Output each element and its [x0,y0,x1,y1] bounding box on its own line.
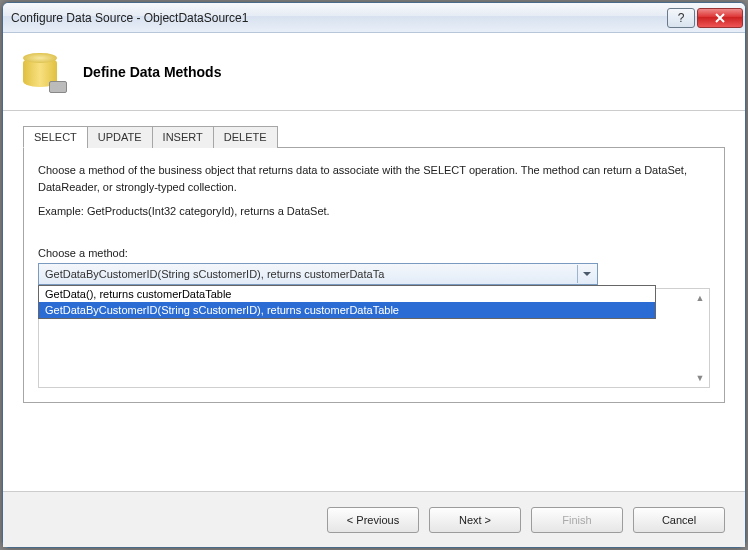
close-button[interactable] [697,8,743,28]
tab-insert[interactable]: INSERT [152,126,214,148]
method-combobox[interactable]: GetDataByCustomerID(String sCustomerID),… [38,263,598,285]
combo-selected-value: GetDataByCustomerID(String sCustomerID),… [45,268,384,280]
scroll-up-icon[interactable]: ▲ [694,292,706,304]
dropdown-item[interactable]: GetData(), returns customerDataTable [39,286,655,302]
wizard-window: Configure Data Source - ObjectDataSource… [2,2,746,548]
window-title: Configure Data Source - ObjectDataSource… [11,11,667,25]
tab-select[interactable]: SELECT [23,126,88,148]
instruction-text: Choose a method of the business object t… [38,162,710,195]
titlebar[interactable]: Configure Data Source - ObjectDataSource… [3,3,745,33]
wizard-header: Define Data Methods [3,33,745,111]
tab-panel-select: Choose a method of the business object t… [23,148,725,403]
cancel-button[interactable]: Cancel [633,507,725,533]
tab-update[interactable]: UPDATE [87,126,153,148]
close-icon [714,13,726,23]
wizard-content: SELECT UPDATE INSERT DELETE Choose a met… [3,111,745,491]
finish-button: Finish [531,507,623,533]
example-text: Example: GetProducts(Int32 categoryId), … [38,205,710,217]
choose-method-label: Choose a method: [38,247,710,259]
next-button[interactable]: Next > [429,507,521,533]
dropdown-item[interactable]: GetDataByCustomerID(String sCustomerID),… [39,302,655,318]
wizard-footer: < Previous Next > Finish Cancel [3,491,745,547]
method-dropdown: GetData(), returns customerDataTable Get… [38,285,656,319]
chevron-down-icon[interactable] [577,265,595,283]
scroll-down-icon[interactable]: ▼ [694,372,706,384]
tabstrip: SELECT UPDATE INSERT DELETE [23,125,725,148]
tab-delete[interactable]: DELETE [213,126,278,148]
previous-button[interactable]: < Previous [327,507,419,533]
window-buttons: ? [667,8,743,28]
page-title: Define Data Methods [83,64,221,80]
help-button[interactable]: ? [667,8,695,28]
datasource-icon [23,51,65,93]
